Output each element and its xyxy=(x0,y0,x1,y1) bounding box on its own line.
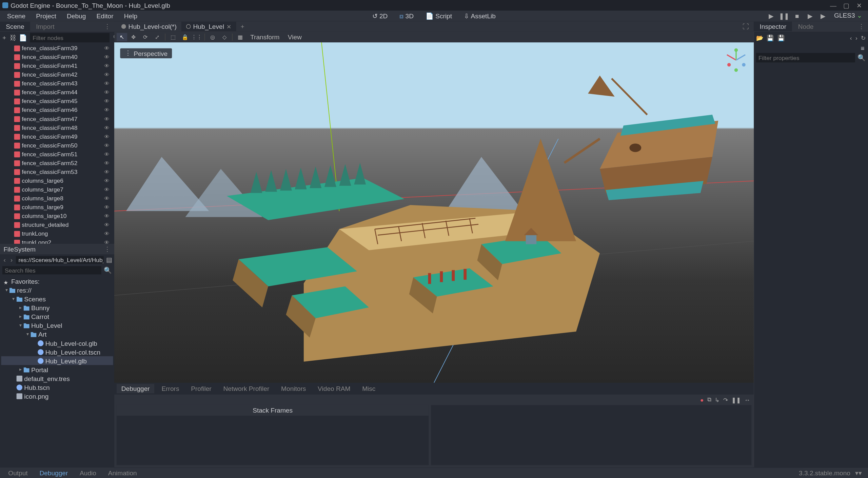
tree-row[interactable]: columns_large6👁 xyxy=(1,176,113,185)
continue-icon[interactable]: ↔ xyxy=(744,397,750,403)
tree-row[interactable]: columns_large8👁 xyxy=(1,194,113,202)
snap-icon[interactable]: 🔒 xyxy=(180,33,190,41)
visibility-icon[interactable]: 👁 xyxy=(104,160,110,166)
status-audio-button[interactable]: Audio xyxy=(75,468,101,478)
debugger-tab-misc[interactable]: Misc xyxy=(357,384,380,393)
tree-row[interactable]: fence_classicFarm52👁 xyxy=(1,158,113,167)
tree-row[interactable]: structure_detailed👁 xyxy=(1,220,113,229)
history-back-icon[interactable]: ‹ xyxy=(850,35,852,41)
tree-row[interactable]: columns_large9👁 xyxy=(1,202,113,211)
tab-scene[interactable]: Scene xyxy=(0,22,30,31)
debugger-tab-video-ram[interactable]: Video RAM xyxy=(313,384,355,393)
tab-import[interactable]: Import xyxy=(30,22,60,31)
debugger-tab-monitors[interactable]: Monitors xyxy=(276,384,311,393)
rotate-tool-icon[interactable]: ⟳ xyxy=(140,33,151,41)
folder-row[interactable]: ▾Hub_Level xyxy=(1,321,113,330)
visibility-icon[interactable]: 👁 xyxy=(104,98,110,104)
tree-row[interactable]: fence_classicFarm50👁 xyxy=(1,141,113,150)
local-space-icon[interactable]: ⬚ xyxy=(168,33,178,41)
file-row[interactable]: default_env.tres xyxy=(1,374,113,383)
tab-close-icon[interactable]: ✕ xyxy=(226,23,231,30)
folder-row[interactable]: ▾Art xyxy=(1,330,113,339)
maximize-icon[interactable]: ▢ xyxy=(840,1,853,9)
new-scene-tab-icon[interactable]: + xyxy=(236,23,249,30)
tree-row[interactable]: trunkLong2👁 xyxy=(1,238,113,244)
visibility-icon[interactable]: 👁 xyxy=(104,72,110,77)
tree-row[interactable]: fence_classicFarm51👁 xyxy=(1,150,113,158)
tab-node[interactable]: Node xyxy=(792,22,819,31)
menu-editor[interactable]: Editor xyxy=(92,11,118,21)
file-row[interactable]: Hub_Level-col.tscn xyxy=(1,347,113,356)
break-icon[interactable]: ❚❚ xyxy=(731,397,741,403)
tree-row[interactable]: fence_classicFarm48👁 xyxy=(1,123,113,132)
menu-debug[interactable]: Debug xyxy=(62,11,91,21)
close-icon[interactable]: ✕ xyxy=(853,1,866,9)
fs-search-input[interactable] xyxy=(2,266,101,274)
tree-row[interactable]: columns_large7👁 xyxy=(1,185,113,194)
debugger-tab-profiler[interactable]: Profiler xyxy=(186,384,216,393)
visibility-icon[interactable]: 👁 xyxy=(104,63,110,68)
inspector-save-icon[interactable]: 💾 xyxy=(767,35,774,41)
scene-tab-1[interactable]: Hub_Level ✕ xyxy=(181,22,236,31)
visibility-icon[interactable]: 👁 xyxy=(104,80,110,86)
step-into-icon[interactable]: ↳ xyxy=(715,397,719,403)
select-tool-icon[interactable]: ↖ xyxy=(117,33,127,41)
folder-row[interactable]: ▾res:// xyxy=(1,285,113,294)
play-custom-button[interactable]: ▶ xyxy=(817,12,828,20)
play-button[interactable]: ▶ xyxy=(766,12,776,20)
visibility-icon[interactable]: 👁 xyxy=(104,178,110,183)
camera-lock-icon[interactable]: ◇ xyxy=(219,33,230,41)
camera-icon[interactable]: ◎ xyxy=(207,33,218,41)
workspace-script-button[interactable]: 📄 Script xyxy=(421,11,457,21)
visibility-icon[interactable]: 👁 xyxy=(104,54,110,60)
add-node-icon[interactable]: + xyxy=(2,34,6,41)
visibility-icon[interactable]: 👁 xyxy=(104,195,110,201)
tree-row[interactable]: fence_classicFarm40👁 xyxy=(1,53,113,61)
menu-project[interactable]: Project xyxy=(31,11,61,21)
fs-path[interactable]: res://Scenes/Hub_Level/Art/Hub_Le xyxy=(16,256,103,264)
scene-tree[interactable]: fence_classicFarm39👁fence_classicFarm40👁… xyxy=(0,44,114,244)
play-scene-button[interactable]: ▶ xyxy=(805,12,815,20)
sliders-icon[interactable]: ≡ xyxy=(861,45,864,52)
distraction-free-icon[interactable]: ⛶ xyxy=(738,23,754,30)
inspector-filter-input[interactable] xyxy=(756,53,855,62)
visibility-icon[interactable]: 👁 xyxy=(104,45,110,51)
tree-row[interactable]: fence_classicFarm46👁 xyxy=(1,105,113,114)
transform-menu[interactable]: Transform xyxy=(247,34,283,41)
fs-back-icon[interactable]: ‹ xyxy=(2,256,7,263)
folder-row[interactable]: ▸Portal xyxy=(1,365,113,374)
filesystem-options-icon[interactable]: ⋮ xyxy=(104,245,111,253)
file-row[interactable]: Hub_Level.glb xyxy=(1,356,113,365)
viewport-gizmo[interactable] xyxy=(724,48,748,72)
folder-row[interactable]: ▸Bunny xyxy=(1,303,113,312)
bottom-panel-icon[interactable]: ▾▾ xyxy=(853,468,865,478)
visibility-icon[interactable]: 👁 xyxy=(104,169,110,175)
tab-inspector[interactable]: Inspector xyxy=(754,22,792,31)
workspace-2d-button[interactable]: ↺ 2D xyxy=(368,11,392,21)
status-animation-button[interactable]: Animation xyxy=(103,468,142,478)
scale-tool-icon[interactable]: ⤢ xyxy=(152,33,162,41)
visibility-icon[interactable]: 👁 xyxy=(104,204,110,210)
workspace-3d-button[interactable]: ⧈ 3D xyxy=(395,11,418,21)
tree-row[interactable]: fence_classicFarm44👁 xyxy=(1,88,113,97)
visibility-icon[interactable]: 👁 xyxy=(104,151,110,157)
snap-options-icon[interactable]: ⋮⋮ xyxy=(191,33,202,41)
3d-viewport[interactable]: ⋮ Perspective xyxy=(114,42,754,383)
inspector-open-icon[interactable]: 📂 xyxy=(756,35,763,41)
tree-row[interactable]: fence_classicFarm42👁 xyxy=(1,70,113,79)
menu-help[interactable]: Help xyxy=(119,11,142,21)
file-row[interactable]: icon.png xyxy=(1,392,113,400)
scene-tab-0[interactable]: Hub_Level-col(*) xyxy=(117,22,181,31)
renderer-dropdown[interactable]: GLES3 ⌄ xyxy=(831,12,866,20)
tree-row[interactable]: trunkLong👁 xyxy=(1,229,113,238)
fs-layout-icon[interactable]: ▤ xyxy=(106,256,112,264)
visibility-icon[interactable]: 👁 xyxy=(104,142,110,148)
visibility-icon[interactable]: 👁 xyxy=(104,89,110,95)
visibility-icon[interactable]: 👁 xyxy=(104,133,110,139)
debugger-tab-debugger[interactable]: Debugger xyxy=(117,384,155,393)
record-icon[interactable]: ● xyxy=(700,397,704,403)
visibility-icon[interactable]: 👁 xyxy=(104,213,110,219)
filesystem-tree[interactable]: Favorites: ▾res://▾Scenes▸Bunny▸Carrot▾H… xyxy=(0,276,114,467)
minimize-icon[interactable]: — xyxy=(827,2,840,9)
tree-row[interactable]: fence_classicFarm39👁 xyxy=(1,44,113,53)
